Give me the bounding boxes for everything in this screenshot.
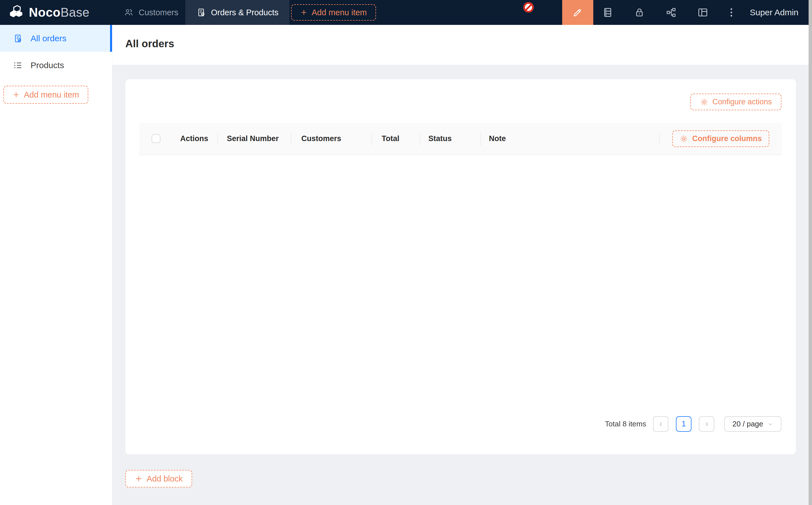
highlighter-icon (572, 7, 583, 18)
api-sitemap-button[interactable] (658, 0, 684, 25)
sidebar-item-products[interactable]: Products (0, 52, 112, 78)
brand-name: NocoBase (29, 5, 90, 19)
chevron-down-icon (768, 421, 773, 427)
layout-button[interactable] (690, 0, 716, 25)
column-header-actions: Actions (172, 123, 218, 155)
page-number-button[interactable]: 1 (676, 416, 691, 432)
previous-page-button[interactable] (653, 416, 669, 432)
page-title: All orders (125, 38, 174, 50)
not-allowed-cursor-icon (522, 1, 535, 14)
topbar-add-menu-item-button[interactable]: Add menu item (291, 4, 376, 21)
ellipsis-vertical-icon (726, 7, 737, 18)
layout-icon (697, 7, 708, 18)
brand-bold: Noco (29, 5, 60, 19)
pagination-total: Total 8 items (605, 419, 646, 429)
tab-customers[interactable]: Customers (114, 0, 188, 25)
sidebar-item-label: Products (30, 60, 64, 70)
more-menu-button[interactable] (721, 0, 741, 25)
user-label: Super Admin (750, 8, 798, 17)
sidebar-item-all-orders[interactable]: All orders (0, 25, 112, 52)
column-header-note: Note (481, 123, 660, 155)
page-size-label: 20 / page (732, 419, 763, 429)
configure-actions-button[interactable]: Configure actions (690, 94, 782, 110)
lock-button[interactable] (627, 0, 652, 25)
top-bar: NocoBase Customers Orders & Products Add… (0, 0, 812, 25)
plus-icon (12, 91, 20, 99)
topbar-add-menu-item-label: Add menu item (311, 8, 367, 17)
chevron-right-icon (703, 421, 710, 428)
ui-editor-button[interactable] (562, 0, 593, 25)
sidebar-add-menu-item-label: Add menu item (24, 90, 79, 100)
sidebar: All orders Products Add menu item (0, 25, 112, 505)
configure-actions-label: Configure actions (712, 98, 772, 106)
table-header-row: Actions Serial Number Customers Total St… (139, 123, 782, 155)
orders-table: Actions Serial Number Customers Total St… (139, 123, 782, 155)
vertical-scrollbar[interactable] (809, 0, 812, 505)
page-size-select[interactable]: 20 / page (724, 416, 782, 432)
order-document-icon (196, 8, 206, 17)
sidebar-add-menu-item-button[interactable]: Add menu item (3, 86, 88, 104)
gear-icon (680, 135, 688, 143)
plus-icon (135, 475, 143, 483)
next-page-button[interactable] (699, 416, 714, 432)
order-document-icon (13, 34, 23, 43)
people-icon (124, 8, 134, 17)
tab-orders-products[interactable]: Orders & Products (185, 0, 289, 25)
user-menu[interactable]: Super Admin (750, 0, 798, 25)
database-icon (602, 7, 614, 18)
brand-logo[interactable]: NocoBase (8, 0, 90, 25)
sidebar-item-label: All orders (30, 34, 66, 43)
nocobase-cube-icon (8, 4, 24, 21)
column-header-serial-number: Serial Number (218, 123, 291, 155)
gear-icon (700, 98, 708, 106)
unordered-list-icon (13, 60, 23, 70)
configure-columns-label: Configure columns (692, 134, 762, 143)
tab-orders-products-label: Orders & Products (211, 8, 279, 17)
add-block-label: Add block (147, 474, 182, 484)
selected-indicator (110, 25, 112, 52)
page-header: All orders (112, 25, 809, 65)
brand-light: Base (60, 5, 90, 19)
column-header-status: Status (420, 123, 481, 155)
lock-icon (634, 7, 645, 18)
sitemap-icon (665, 7, 677, 18)
select-all-checkbox[interactable] (152, 134, 160, 143)
column-header-customers: Customers (291, 123, 372, 155)
configure-columns-button[interactable]: Configure columns (672, 130, 769, 147)
orders-table-card: Configure actions Actions Serial Number … (125, 79, 796, 454)
tab-customers-label: Customers (139, 8, 178, 17)
chevron-left-icon (658, 421, 664, 428)
add-block-button[interactable]: Add block (125, 470, 192, 488)
column-header-total: Total (372, 123, 420, 155)
data-source-button[interactable] (595, 0, 621, 25)
plus-icon (300, 9, 307, 16)
pagination: Total 8 items 1 20 / page (605, 416, 782, 432)
